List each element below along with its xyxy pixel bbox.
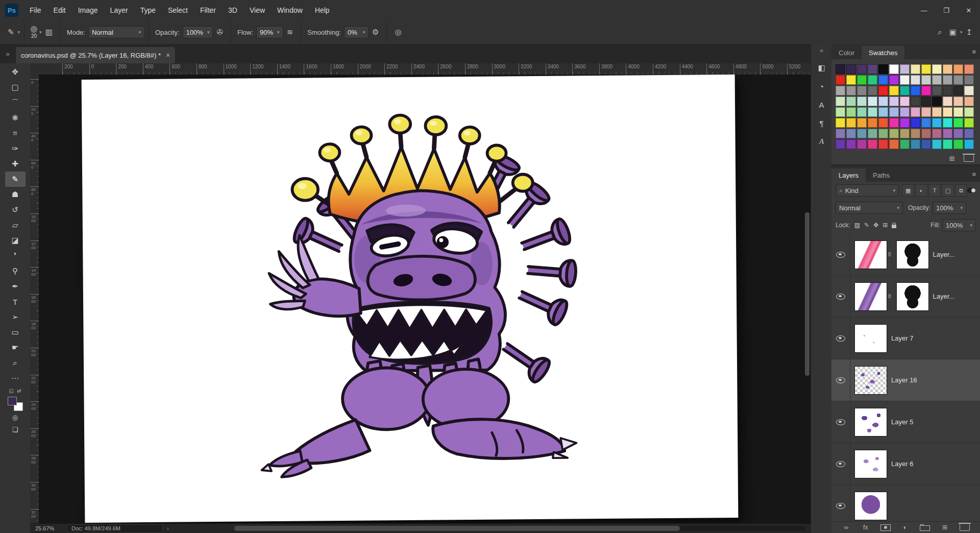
color-swatch[interactable] (868, 64, 877, 74)
layer-mask-thumbnail[interactable] (896, 240, 929, 269)
layer-row[interactable]: 8 (831, 485, 980, 521)
color-swatch[interactable] (889, 75, 899, 85)
color-swatch[interactable] (868, 75, 877, 85)
layer-row[interactable]: 8 Layer 6 (831, 443, 980, 485)
zoom-tool[interactable]: ⌕ (5, 355, 26, 371)
color-swatch[interactable] (953, 64, 963, 74)
color-swatch[interactable] (964, 96, 974, 106)
color-swatch[interactable] (964, 107, 974, 117)
color-swatch[interactable] (857, 139, 867, 149)
menu-item[interactable]: Help (309, 0, 336, 20)
eye-icon[interactable] (836, 335, 845, 342)
vertical-scrollbar[interactable] (805, 212, 810, 376)
lock-all-icon[interactable] (892, 225, 896, 228)
filter-pixel-layers-icon[interactable]: ▦ (902, 184, 914, 197)
visibility-cell[interactable] (831, 485, 850, 521)
search-icon[interactable]: ⌕ (934, 28, 945, 37)
color-swatch[interactable] (846, 129, 856, 138)
color-swatch[interactable] (878, 96, 888, 106)
color-swatch[interactable] (943, 118, 952, 128)
eraser-tool[interactable]: ▱ (5, 217, 26, 233)
filter-type-layers-icon[interactable]: T (928, 184, 941, 197)
layer-name[interactable]: Layer 16 (891, 376, 917, 384)
color-swatch[interactable] (889, 139, 899, 149)
glyphs-panel-icon[interactable]: A (814, 134, 829, 149)
swap-colors-icon[interactable]: ⇄ (17, 388, 21, 394)
layer-name[interactable]: Layer... (933, 251, 955, 258)
status-popup-arrow-icon[interactable]: › (163, 525, 173, 531)
color-swatch[interactable] (932, 139, 942, 149)
color-swatch[interactable] (836, 139, 845, 149)
link-layers-icon[interactable]: ∞ (842, 524, 851, 531)
artboard[interactable] (82, 75, 739, 523)
color-swatch[interactable] (921, 64, 931, 74)
color-swatch[interactable] (921, 75, 931, 85)
color-swatch[interactable] (868, 129, 877, 138)
layer-row[interactable]: 8 Layer 5 (831, 401, 980, 443)
path-selection-tool[interactable]: ➢ (5, 309, 26, 325)
color-swatch[interactable] (921, 86, 931, 95)
color-swatch[interactable] (857, 129, 867, 138)
lock-position-icon[interactable]: ✥ (873, 222, 878, 229)
color-swatch[interactable] (857, 107, 867, 117)
color-swatch[interactable] (900, 107, 910, 117)
layer-row[interactable]: 8 Layer 7 (831, 318, 980, 359)
color-swatch[interactable] (911, 96, 920, 106)
foreground-color-swatch[interactable] (8, 397, 17, 405)
minimize-button[interactable]: — (913, 0, 935, 20)
marquee-tool[interactable]: ▢ (5, 80, 26, 95)
new-layer-icon[interactable]: ⊞ (940, 524, 949, 531)
color-swatch[interactable] (964, 75, 974, 85)
color-swatch[interactable] (900, 118, 910, 128)
menu-item[interactable]: Type (134, 0, 162, 20)
color-swatch[interactable] (878, 107, 888, 117)
layer-name[interactable]: Layer 7 (891, 334, 913, 342)
color-swatch[interactable] (889, 96, 899, 106)
color-swatch[interactable] (921, 96, 931, 106)
pressure-size-icon[interactable]: ◎ (391, 28, 405, 37)
color-swatch[interactable] (932, 86, 942, 95)
blur-tool[interactable]: ❜ (5, 248, 26, 263)
lasso-tool[interactable]: ⌒ (5, 95, 26, 110)
brush-settings-panel-icon[interactable]: ▥ (42, 28, 56, 37)
brush-tool[interactable]: ✎ (5, 172, 26, 187)
color-swatch[interactable] (921, 139, 931, 149)
layer-thumbnail[interactable] (854, 240, 887, 269)
color-swatch[interactable] (900, 96, 910, 106)
layer-name[interactable]: Layer 6 (891, 460, 913, 468)
color-swatch[interactable] (911, 75, 920, 85)
canvas-viewport[interactable] (39, 75, 811, 524)
eye-icon[interactable] (836, 294, 845, 300)
color-swatch[interactable] (846, 64, 856, 74)
smoothing-select[interactable]: 0% ▾ (344, 26, 369, 38)
color-swatch[interactable] (900, 64, 910, 74)
default-colors-icon[interactable]: ◱ (9, 388, 14, 394)
color-swatch[interactable] (943, 96, 952, 106)
menu-item[interactable]: Filter (194, 0, 222, 20)
document-tab[interactable]: coronavirus.psd @ 25.7% (Layer 16, RGB/8… (15, 46, 176, 63)
color-swatch[interactable] (836, 107, 845, 117)
color-swatch[interactable] (900, 75, 910, 85)
color-swatch[interactable] (911, 86, 920, 95)
color-swatch[interactable] (943, 75, 952, 85)
color-swatch[interactable] (857, 96, 867, 106)
color-swatch[interactable] (932, 75, 942, 85)
color-swatch[interactable] (953, 96, 963, 106)
layer-opacity-select[interactable]: 100% ▾ (933, 202, 966, 214)
hand-tool[interactable]: ☛ (5, 340, 26, 355)
delete-layer-icon[interactable] (960, 524, 970, 531)
color-swatch[interactable] (911, 64, 920, 74)
layer-style-icon[interactable]: fx (861, 524, 870, 531)
color-swatch[interactable] (846, 86, 856, 95)
eye-icon[interactable] (836, 503, 845, 509)
shape-tool[interactable]: ▭ (5, 325, 26, 340)
color-swatch[interactable] (889, 118, 899, 128)
eye-icon[interactable] (836, 419, 845, 425)
workspace-layout-icon[interactable]: ▣ (946, 28, 960, 37)
color-swatch[interactable] (846, 96, 856, 106)
color-swatch[interactable] (921, 118, 931, 128)
color-swatch[interactable] (932, 118, 942, 128)
close-tab-icon[interactable]: × (166, 51, 170, 59)
color-swatch[interactable] (921, 107, 931, 117)
restore-button[interactable]: ❐ (935, 0, 958, 20)
